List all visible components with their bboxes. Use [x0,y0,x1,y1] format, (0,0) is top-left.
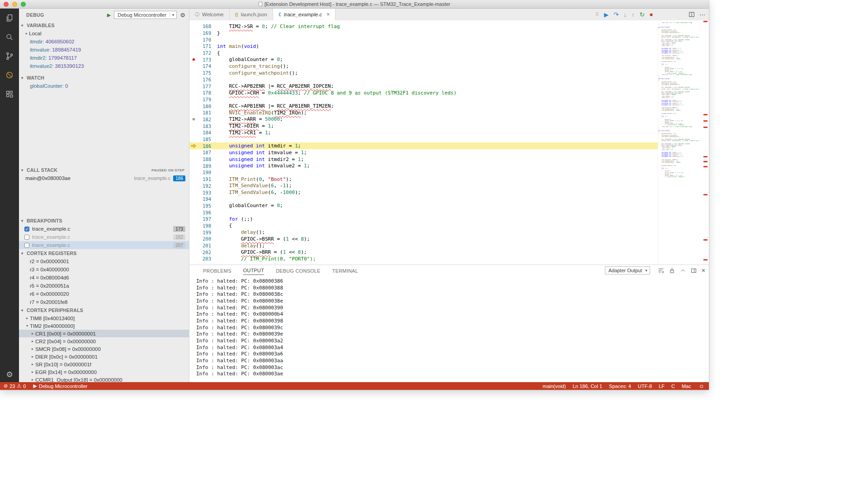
watch-row[interactable]: globalCounter: 0 [19,82,189,90]
breakpoint-row[interactable]: ✓trace_example.c173 [19,225,189,233]
code-line[interactable]: 186 unsigned int itmdir = 1; [189,142,658,149]
code-line[interactable]: 180 RCC->APB1ENR |= RCC_APB1ENR_TIM2EN; [189,103,658,109]
panel-tab-debug-console[interactable]: DEBUG CONSOLE [276,266,321,275]
breakpoint-checkbox[interactable] [24,243,29,248]
code-line[interactable]: 171int main(void) [189,43,658,50]
stop-button[interactable]: ■ [650,12,653,17]
step-out-button[interactable]: ↑ [632,12,635,18]
clear-output-icon[interactable] [658,267,664,274]
more-actions-icon[interactable]: ⋯ [699,11,705,18]
register-row[interactable]: r3 = 0x40000000 [19,265,189,274]
code-line[interactable]: 197 for (;;) [189,216,658,222]
peripheral-row[interactable]: ▸EGR [0x14] = 0x00000000 [19,368,189,376]
stack-frame-row[interactable]: main@0x080003aetrace_example.c186 [19,174,189,182]
code-line[interactable]: 188 unsigned int itmdir2 = 1; [189,156,658,163]
breakpoints-section-header[interactable]: ▾ BREAKPOINTS [19,217,189,225]
code-line[interactable]: 170 [189,36,658,43]
code-line[interactable]: 184 TIM2->CR1 = 1; [189,129,658,136]
code-line[interactable]: 179 [189,96,658,103]
code-line[interactable]: 169} [189,30,658,37]
minimap[interactable]: TIM2->SR = 0; // Clear interrupt flag}in… [658,20,699,265]
registers-section-header[interactable]: ▾ CORTEX REGISTERS [19,249,189,257]
panel-tab-problems[interactable]: PROBLEMS [203,266,231,275]
tab-launch-json[interactable]: {}launch.json [230,9,273,20]
code-line[interactable]: 189 unsigned int itmvalue2 = 1; [189,162,658,169]
code-line[interactable]: 200 GPIOC->BSRR = (1 << 8); [189,236,658,242]
breakpoint-margin[interactable]: ● [189,57,198,62]
step-over-button[interactable]: ↷ [613,11,619,18]
code-line[interactable]: 172{ [189,50,658,57]
tab-welcome[interactable]: ⓘWelcome [189,9,230,20]
variable-row[interactable]: itmvalue: 1898457419 [19,46,189,54]
code-line[interactable]: 191 ITM_Print(0, "Boot"); [189,176,658,183]
code-line[interactable]: 174 configure_tracing(); [189,63,658,70]
breakpoint-row[interactable]: trace_example.c207 [19,241,189,249]
callstack-section-header[interactable]: ▾ CALL STACK PAUSED ON STEP [19,166,189,174]
breakpoint-row[interactable]: trace_example.c182 [19,233,189,241]
status-item-1[interactable]: Ln 186, Col 1 [573,383,602,389]
scope-local-row[interactable]: ▾ Local [19,29,189,38]
register-row[interactable]: r5 = 0x2000051a [19,282,189,290]
feedback-smiley-icon[interactable]: ☺ [699,383,704,389]
code-line[interactable]: 194 [189,196,658,203]
register-row[interactable]: r7 = 0x20001fe8 [19,298,189,306]
maximize-window-button[interactable] [21,2,26,7]
peripheral-row[interactable]: ▾TIM2 [0x40000000] [19,322,189,330]
code-line[interactable]: 185 [189,136,658,143]
peripheral-row[interactable]: ▸CCMR1_Output [0x18] = 0x00000000 [19,376,189,382]
breakpoint-margin[interactable]: ● [189,117,198,121]
code-line[interactable]: 176 [189,76,658,83]
code-line[interactable]: 192 ITM_SendValue(6, -1); [189,183,658,189]
launch-config-select[interactable]: Debug Microcontroller ▾ [114,11,177,19]
peripheral-row[interactable]: ▸DIER [0x0c] = 0x00000001 [19,353,189,360]
breakpoint-margin[interactable] [189,143,198,148]
register-row[interactable]: r2 = 0x00000001 [19,257,189,265]
output-panel[interactable]: Info : halted: PC: 0x08000386Info : halt… [189,276,709,382]
code-line[interactable]: 181 NVIC_EnableIRQ(TIM2_IRQn); [189,109,658,116]
status-item-6[interactable]: Mac [682,383,691,389]
peripheral-row[interactable]: ▸SMCR [0x08] = 0x00000000 [19,345,189,353]
code-line[interactable]: 195 globalCounter = 0; [189,203,658,209]
close-panel-icon[interactable]: × [702,267,705,274]
status-item-4[interactable]: LF [659,383,665,389]
step-into-button[interactable]: ↓ [624,12,627,18]
register-row[interactable]: r4 = 0x080004d6 [19,274,189,282]
start-debug-button[interactable]: ▶ [107,12,111,18]
close-tab-icon[interactable]: × [326,11,330,18]
code-line[interactable]: 193 ITM_SendValue(6, -1000); [189,189,658,196]
sidebar-item-debug[interactable] [0,66,19,85]
code-line[interactable]: 190 [189,169,658,176]
problems-status[interactable]: ⊘ 23 ⚠ 0 [4,383,26,389]
code-line[interactable]: 201 delay(); [189,242,658,249]
restart-button[interactable]: ↻ [640,11,645,18]
peripheral-row[interactable]: ▸CR1 [0x00] = 0x00000001 [19,330,189,337]
manage-gear-icon[interactable]: ⚙ [6,370,13,379]
peripheral-row[interactable]: ▸CR2 [0x04] = 0x00000000 [19,337,189,345]
code-line[interactable]: 196 [189,209,658,216]
peripheral-row[interactable]: ▸TIM8 [0x40013400] [19,314,189,322]
code-line[interactable]: ●173 globalCounter = 0; [189,56,658,63]
code-line[interactable]: 199 delay(); [189,229,658,236]
code-line[interactable]: 183 TIM2->DIER = 1; [189,123,658,129]
code-line[interactable]: 198 { [189,222,658,229]
code-line[interactable]: 178 GPIOC->CRH = 0x44444433; // GPIOC 8 … [189,90,658,96]
code-line[interactable]: 175 configure_watchpoint(); [189,70,658,76]
variable-row[interactable]: itmdir: 4066950602 [19,38,189,46]
code-line[interactable]: ●182 TIM2->ARR = 50000; [189,116,658,123]
code-area[interactable]: 168 TIM2->SR = 0; // Clear interrupt fla… [189,20,658,265]
panel-tab-terminal[interactable]: TERMINAL [332,266,358,275]
sidebar-item-source-control[interactable] [0,47,19,66]
status-item-2[interactable]: Spaces: 4 [609,383,631,389]
maximize-panel-icon[interactable] [680,268,686,274]
breakpoint-checkbox[interactable]: ✓ [24,227,29,232]
sidebar-item-search[interactable] [0,28,19,47]
panel-tab-output[interactable]: OUTPUT [243,266,264,275]
code-line[interactable]: 168 TIM2->SR = 0; // Clear interrupt fla… [189,23,658,30]
status-item-3[interactable]: UTF-8 [638,383,652,389]
variables-section-header[interactable]: ▾ VARIABLES [19,21,189,29]
breakpoint-checkbox[interactable] [24,235,29,240]
register-row[interactable]: r6 = 0x00000020 [19,290,189,298]
variable-row[interactable]: itmvalue2: 3815390123 [19,62,189,70]
debug-status[interactable]: ▶ Debug Microcontroller [33,383,87,389]
tab-trace-example-c[interactable]: Ctrace_example.c× [273,9,335,20]
